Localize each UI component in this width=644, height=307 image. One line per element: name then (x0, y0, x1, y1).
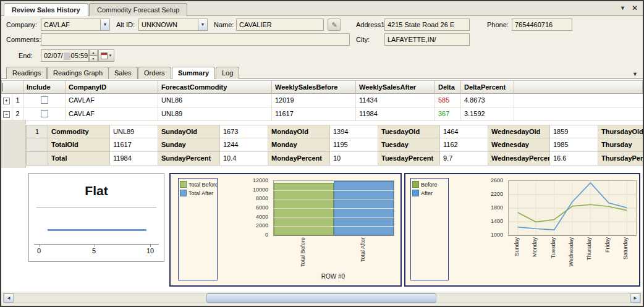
detail-row[interactable]: Total11984 SundayPercent10.4 MondayPerce… (26, 152, 643, 166)
row-number: 1 (12, 94, 23, 107)
cell-delta[interactable]: 585 (435, 94, 461, 107)
grid-row-2[interactable]: − 2 CAVLAF UNL89 11617 11984 367 3.1592 (1, 107, 643, 121)
address1-field[interactable]: 4215 State Road 26 E (384, 19, 470, 31)
tab-readings[interactable]: Readings (6, 67, 47, 79)
tab-sales[interactable]: Sales (108, 67, 138, 79)
spin-down-icon[interactable]: ▼ (89, 56, 98, 62)
date-spinner[interactable]: ▲ ▼ (89, 49, 98, 62)
eraser-button[interactable]: ✎ (328, 19, 341, 31)
header-forecast-commodity[interactable]: ForecastCommodity (158, 80, 272, 94)
end-date-field[interactable]: 02/07/05:59 (41, 49, 89, 62)
company-combobox[interactable]: CAVLAF ▼ (41, 19, 110, 31)
tab-orders[interactable]: Orders (138, 67, 171, 79)
detail-value-cell[interactable]: 1985 (550, 138, 598, 152)
axis-tick-label: 10000 (253, 187, 268, 193)
cell-delta-percent[interactable]: 3.1592 (461, 107, 514, 121)
cell-delta[interactable]: 367 (435, 107, 461, 121)
chevron-down-icon: ▼ (109, 54, 112, 57)
detail-value-cell[interactable]: 16.6 (550, 152, 598, 166)
alt-id-combobox[interactable]: UNKNOWN ▼ (138, 19, 208, 31)
include-checkbox[interactable] (41, 96, 48, 104)
header-company-id[interactable]: CompanyID (66, 80, 158, 94)
scroll-right-button[interactable]: ► (630, 293, 640, 303)
chevron-down-icon[interactable]: ▼ (100, 19, 109, 30)
scrollbar-thumb[interactable] (206, 293, 436, 303)
detail-value-cell[interactable]: 10.4 (220, 152, 268, 166)
tab-commodity-forecast-setup[interactable]: Commodity Forecast Setup (89, 3, 187, 16)
line-axis-label: Sunday (514, 237, 520, 256)
tab-summary[interactable]: Summary (172, 67, 215, 79)
flat-trend-chart: Flat 0 5 10 (28, 173, 164, 262)
detail-value-cell[interactable]: 1195 (330, 138, 378, 152)
detail-value-cell[interactable]: 1464 (440, 125, 488, 138)
cell-weekly-sales-before[interactable]: 11617 (272, 107, 356, 121)
tab-list-dropdown-icon[interactable]: ▼ (620, 5, 625, 11)
detail-value-cell[interactable]: 1162 (440, 138, 488, 152)
calendar-icon (101, 53, 108, 59)
detail-value-cell[interactable]: 10 (330, 152, 378, 166)
line-yticks: 26002200180014001000 (470, 180, 504, 235)
cell-weekly-sales-after[interactable]: 11984 (356, 107, 435, 121)
axis-tick-label: 4000 (256, 214, 268, 220)
summary-content: Include CompanyID ForecastCommodity Week… (1, 79, 643, 292)
grid-customize-button[interactable] (1, 80, 23, 94)
calendar-button[interactable]: ▼ (98, 49, 114, 62)
detail-value-cell[interactable]: 1244 (220, 138, 268, 152)
cell-weekly-sales-before[interactable]: 12019 (272, 94, 356, 107)
legend-label: Before (421, 182, 438, 188)
header-include[interactable]: Include (23, 80, 66, 94)
flat-trend-title: Flat (29, 183, 164, 198)
gridline (274, 208, 394, 209)
axis-tick-label: 12000 (253, 177, 268, 183)
phone-field[interactable]: 7654460716 (512, 19, 572, 31)
detail-value-cell[interactable]: 1394 (330, 125, 378, 138)
line-axis-label: Friday (604, 237, 611, 253)
axis-tick-label: 2200 (491, 191, 503, 197)
header-weekly-sales-before[interactable]: WeeklySalesBefore (272, 80, 356, 94)
name-field[interactable]: CAVALIER (236, 19, 324, 31)
detail-row-header (26, 152, 48, 166)
tab-log[interactable]: Log (216, 67, 239, 79)
tab-overflow-dropdown-icon[interactable]: ▼ (632, 71, 638, 77)
horizontal-scrollbar[interactable]: ◄ ► (3, 293, 641, 303)
line-xlabels: SundayMondayTuesdayWednesdayThursdayFrid… (405, 237, 639, 280)
cell-forecast-commodity[interactable]: UNL89 (158, 107, 272, 121)
cell-forecast-commodity[interactable]: UNL86 (158, 94, 272, 107)
scroll-left-button[interactable]: ◄ (4, 293, 14, 303)
grid-customize-icon (2, 83, 3, 91)
line-axis-label: Monday (532, 237, 538, 257)
detail-value-cell[interactable]: UNL89 (110, 125, 158, 138)
detail-grid: 1 CommodityUNL89 SundayOld1673 MondayOld… (26, 125, 643, 166)
cell-company-id[interactable]: CAVLAF (66, 107, 158, 121)
tab-readings-graph[interactable]: Readings Graph (47, 67, 109, 79)
detail-value-cell[interactable]: 11617 (110, 138, 158, 152)
cell-delta-percent[interactable]: 4.8673 (461, 94, 514, 107)
scroll-left-icon: ◄ (6, 295, 11, 301)
chevron-down-icon[interactable]: ▼ (198, 19, 207, 30)
include-checkbox[interactable] (41, 110, 48, 117)
masked-segment (64, 53, 70, 60)
spin-up-icon[interactable]: ▲ (89, 49, 98, 56)
close-icon[interactable]: ✕ (632, 4, 638, 12)
detail-label-cell: Monday (268, 138, 330, 152)
tab-review-sales-history[interactable]: Review Sales History (4, 3, 88, 16)
address1-label: Address1: (356, 19, 387, 31)
detail-value-cell[interactable]: 1673 (220, 125, 268, 138)
bar-plot (273, 180, 394, 236)
detail-value-cell[interactable]: 11984 (110, 152, 158, 166)
detail-value-cell[interactable]: 1859 (550, 125, 598, 138)
header-delta-percent[interactable]: DeltaPercent (461, 80, 514, 94)
header-weekly-sales-after[interactable]: WeeklySalesAfter (356, 80, 435, 94)
legend-item: Total After (180, 190, 216, 196)
detail-row[interactable]: 1 CommodityUNL89 SundayOld1673 MondayOld… (26, 125, 643, 138)
city-field[interactable]: LAFAYETTE,IN/ (384, 33, 470, 46)
collapse-row-icon[interactable]: − (3, 111, 10, 118)
grid-row-1[interactable]: + 1 CAVLAF UNL86 12019 11434 585 4.8673 (1, 94, 643, 107)
detail-value-cell[interactable]: 9.7 (440, 152, 488, 166)
cell-company-id[interactable]: CAVLAF (66, 94, 158, 107)
detail-row[interactable]: TotalOld11617 Sunday1244 Monday1195 Tues… (26, 138, 643, 152)
cell-weekly-sales-after[interactable]: 11434 (356, 94, 435, 107)
expand-row-icon[interactable]: + (3, 98, 10, 104)
header-delta[interactable]: Delta (435, 80, 461, 94)
comments-field[interactable] (41, 33, 350, 46)
